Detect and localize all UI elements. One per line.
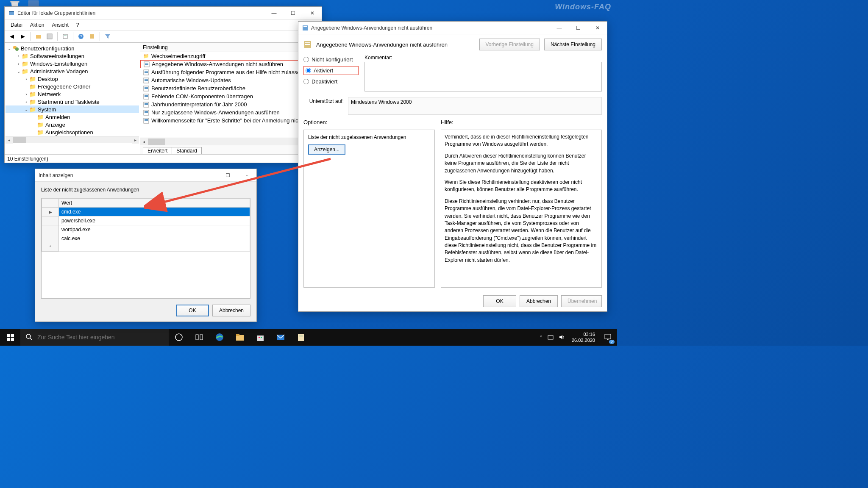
menu-file[interactable]: Datei	[7, 21, 26, 29]
taskbar-search[interactable]	[20, 329, 169, 346]
taskbar-mail[interactable]	[270, 329, 291, 346]
maximize-button[interactable]: ☐	[284, 7, 303, 19]
tree-node[interactable]: ⌄📁Administrative Vorlagen	[6, 67, 139, 75]
tree-node[interactable]: ›📁Netzwerk	[6, 90, 139, 98]
table-row[interactable]: wordpad.exe	[42, 225, 250, 234]
search-icon	[25, 333, 33, 341]
forward-button[interactable]: ▶	[18, 32, 28, 41]
gpe-window: Editor für lokale Gruppenrichtlinien — ☐…	[4, 6, 322, 163]
setting-row[interactable]: Angegebene Windows-Anwendungen nicht aus…	[140, 60, 322, 68]
taskbar-edge[interactable]	[209, 329, 230, 346]
svg-rect-20	[145, 80, 148, 81]
show-button[interactable]: Anzeigen...	[308, 144, 345, 155]
tree-root[interactable]: ⌄ Benutzerkonfiguration	[6, 44, 139, 52]
back-button[interactable]: ◀	[7, 32, 17, 41]
setting-row[interactable]: Fehlende COM-Komponenten übertragen	[140, 92, 322, 100]
taskbar-store[interactable]	[250, 329, 270, 346]
taskbar-notepad[interactable]	[291, 329, 311, 346]
options-button[interactable]	[87, 32, 97, 41]
svg-rect-39	[305, 42, 310, 43]
gpe-list-header[interactable]: Einstellung ⌃	[140, 43, 322, 52]
system-tray[interactable]: ⌃	[536, 329, 568, 346]
gpe-titlebar[interactable]: Editor für lokale Gruppenrichtlinien — ☐…	[5, 7, 322, 19]
help-box[interactable]: Verhindert, dass die in dieser Richtlini…	[441, 130, 602, 288]
ok-button[interactable]: OK	[483, 295, 516, 307]
tree-node[interactable]: 📁Freigegebene Ordner	[6, 83, 139, 90]
ok-button[interactable]: OK	[176, 305, 209, 316]
menu-help[interactable]: ?	[73, 21, 83, 29]
policy-titlebar[interactable]: Angegebene Windows-Anwendungen nicht aus…	[298, 22, 607, 34]
svg-rect-16	[145, 71, 148, 72]
tray-chevron-icon[interactable]: ⌃	[539, 335, 543, 340]
start-button[interactable]	[0, 329, 20, 346]
show-titlebar[interactable]: Inhalt anzeigen ☐ ⌄	[35, 169, 256, 182]
table-row[interactable]: calc.exe	[42, 234, 250, 243]
cancel-button[interactable]: Abbrechen	[520, 295, 558, 307]
cancel-button[interactable]: Abbrechen	[212, 305, 250, 316]
tree-node[interactable]: ›📁Startmenü und Taskleiste	[6, 98, 139, 105]
cortana-button[interactable]	[169, 329, 189, 346]
table-row[interactable]: ▶cmd.exe	[42, 208, 250, 216]
gpe-menubar: Datei Aktion Ansicht ?	[5, 19, 322, 30]
policy-heading-icon	[303, 40, 312, 49]
gpe-title: Editor für lokale Gruppenrichtlinien	[17, 10, 95, 16]
tree-node[interactable]: 📁Ausgleichsoptionen	[6, 128, 139, 136]
setting-row[interactable]: Nur zugelassene Windows-Anwendungen ausf…	[140, 108, 322, 116]
maximize-button[interactable]: ☐	[218, 169, 237, 181]
close-button[interactable]: ✕	[303, 7, 322, 19]
menu-view[interactable]: Ansicht	[48, 21, 72, 29]
close-button[interactable]: ✕	[588, 22, 607, 34]
minimize-button[interactable]: —	[264, 7, 284, 19]
list-hscroll[interactable]: ◂▸	[140, 138, 322, 145]
tree-node[interactable]: ›📁Softwareeinstellungen	[6, 52, 139, 60]
tab-extended[interactable]: Erweitert	[143, 147, 172, 154]
svg-rect-34	[145, 119, 148, 120]
close-button[interactable]: ⌄	[237, 172, 256, 179]
radio-not-configured[interactable]: Nicht konfiguriert	[303, 56, 359, 63]
next-setting-button[interactable]: Nächste Einstellung	[544, 39, 602, 50]
row-header-col[interactable]	[42, 199, 59, 208]
setting-row[interactable]: 📁Wechselmedienzugriff	[140, 52, 322, 60]
gpe-tree[interactable]: ⌄ Benutzerkonfiguration ›📁Softwareeinste…	[5, 43, 140, 154]
table-row[interactable]: *	[42, 243, 250, 252]
policy-item-icon	[143, 69, 150, 75]
tree-hscroll[interactable]: ◂▸	[6, 136, 139, 143]
value-col-header[interactable]: Wert	[59, 199, 250, 208]
radio-disabled[interactable]: Deaktiviert	[303, 78, 359, 85]
help-button[interactable]: ?	[76, 32, 86, 41]
setting-row[interactable]: Ausführung folgender Programme aus der H…	[140, 68, 322, 76]
tree-node[interactable]: ⌄📁System	[6, 105, 139, 113]
up-button[interactable]	[34, 32, 43, 41]
properties-button[interactable]	[45, 32, 54, 41]
setting-row[interactable]: Jahrhundertinterpretation für Jahr 2000	[140, 100, 322, 108]
task-view-button[interactable]	[189, 329, 209, 346]
tree-node[interactable]: 📁Anmelden	[6, 113, 139, 121]
minimize-button[interactable]: —	[550, 22, 569, 34]
comment-field[interactable]	[364, 62, 602, 92]
filter-button[interactable]	[103, 32, 112, 41]
policy-dialog: Angegebene Windows-Anwendungen nicht aus…	[298, 21, 607, 312]
taskbar-explorer[interactable]	[230, 329, 250, 346]
tree-node[interactable]: ›📁Desktop	[6, 75, 139, 83]
tree-node[interactable]: ›📁Windows-Einstellungen	[6, 60, 139, 67]
tree-node[interactable]: 📁Anzeige	[6, 121, 139, 128]
maximize-button[interactable]: ☐	[569, 22, 588, 34]
radio-enabled[interactable]: Aktiviert	[303, 66, 359, 75]
show-table[interactable]: Wert ▶cmd.exepowershell.exewordpad.execa…	[41, 198, 250, 299]
menu-action[interactable]: Aktion	[27, 21, 47, 29]
search-input[interactable]	[37, 334, 164, 341]
svg-rect-31	[145, 111, 148, 112]
setting-row[interactable]: Automatische Windows-Updates	[140, 76, 322, 84]
taskbar-clock[interactable]: 03:16 26.02.2020	[568, 331, 598, 344]
svg-rect-49	[196, 335, 198, 340]
policy-item-icon	[143, 118, 150, 124]
volume-icon[interactable]	[558, 334, 565, 341]
table-row[interactable]: powershell.exe	[42, 216, 250, 225]
svg-rect-62	[605, 334, 611, 339]
export-button[interactable]	[61, 32, 70, 41]
setting-row[interactable]: Benutzerdefinierte Benutzeroberfläche	[140, 84, 322, 92]
setting-row[interactable]: Willkommensseite für "Erste Schritte" be…	[140, 116, 322, 125]
notifications-button[interactable]: 2	[598, 329, 617, 346]
tab-standard[interactable]: Standard	[172, 147, 202, 154]
network-icon[interactable]	[547, 334, 554, 341]
